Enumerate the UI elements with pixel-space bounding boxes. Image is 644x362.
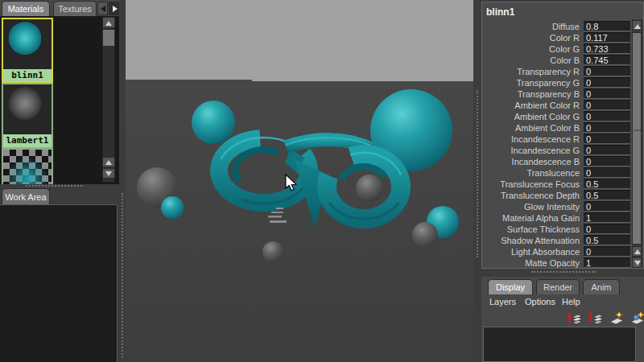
material-swatch-lambert1[interactable]: lambert1 (2, 83, 53, 149)
move-layer-up-icon[interactable] (566, 311, 584, 326)
attribute-row: Transparency G0 (482, 77, 632, 88)
create-empty-layer-icon[interactable] (608, 311, 625, 326)
attribute-row: Diffuse0.8 (482, 21, 632, 32)
attribute-value-field[interactable]: 0 (584, 77, 630, 88)
attribute-row: Incandescence R0 (482, 134, 632, 145)
attribute-value-field[interactable]: 0 (584, 246, 630, 257)
move-layer-down-icon[interactable] (587, 311, 605, 326)
attribute-value-field[interactable]: 0 (584, 88, 630, 99)
attr-splitter-handle[interactable] (531, 271, 596, 273)
attribute-row: Transparency R0 (482, 66, 632, 77)
attribute-label: Material Alpha Gain (482, 212, 582, 224)
gray-sphere-thumbnail (3, 84, 52, 134)
attribute-label: Color R (482, 32, 582, 43)
up-arrow-icon (634, 24, 641, 29)
materials-tabbar: Materials Textures (0, 0, 119, 16)
work-area-canvas[interactable] (0, 204, 118, 362)
teal-sphere-thumbnail (3, 19, 52, 69)
attribute-row: Surface Thickness0 (482, 224, 632, 235)
menu-help[interactable]: Help (562, 295, 580, 308)
tab-render[interactable]: Render (536, 279, 580, 294)
attribute-value-field[interactable]: 0.5 (584, 179, 630, 189)
right-splitter-handle[interactable] (477, 90, 478, 257)
swatch-scroll-thumb[interactable] (102, 29, 115, 47)
left-triangle-icon (101, 6, 105, 12)
attr-scroll-up-icon[interactable] (632, 20, 642, 31)
layers-list[interactable] (483, 327, 636, 362)
attribute-value-field[interactable]: 0.733 (584, 43, 630, 54)
attribute-row: Color R0.117 (482, 32, 632, 43)
tab-display[interactable]: Display (488, 279, 533, 294)
panel-splitter-handle[interactable] (26, 185, 82, 187)
attribute-value-field[interactable]: 0 (584, 145, 630, 155)
grip-dots (634, 130, 641, 131)
left-splitter-handle[interactable] (122, 193, 123, 358)
tab-scroll-right-icon[interactable] (109, 2, 119, 15)
tab-materials[interactable]: Materials (2, 1, 50, 16)
attribute-row: Translucence Focus0.5 (482, 179, 632, 190)
attribute-value-field[interactable]: 0.5 (584, 235, 630, 245)
attribute-label: Incandescence R (482, 134, 582, 145)
attribute-row: Glow Intensity0 (482, 201, 632, 212)
swatch-scroll-up2-icon[interactable] (102, 157, 115, 167)
attribute-value-field[interactable]: 0 (584, 66, 630, 76)
ground-band (126, 0, 252, 80)
attribute-value-field[interactable]: 0.745 (584, 55, 630, 65)
up-arrow-icon (634, 249, 641, 254)
attribute-value-field[interactable]: 0.8 (584, 21, 630, 31)
attribute-value-field[interactable]: 0 (584, 111, 630, 121)
attribute-value-field[interactable]: 0 (584, 122, 630, 133)
attribute-label: Translucence Focus (482, 179, 582, 190)
attribute-value-field[interactable]: 0 (584, 224, 630, 234)
tab-anim[interactable]: Anim (583, 279, 620, 294)
attribute-rows: Diffuse0.8Color R0.117Color G0.733Color … (482, 21, 632, 268)
attribute-value-field[interactable]: 0 (584, 201, 630, 212)
attribute-row: Light Absorbance0 (482, 246, 632, 257)
attr-scroll-down-icon[interactable] (632, 257, 642, 268)
teal-sphere[interactable] (192, 101, 235, 144)
attribute-label: Incandescence B (482, 156, 582, 167)
teal-sphere[interactable] (161, 196, 184, 219)
attribute-value-field[interactable]: 0 (584, 100, 630, 110)
attribute-row: Shadow Attenuation0.5 (482, 235, 632, 246)
tab-work-area[interactable]: Work Area (2, 188, 50, 204)
attribute-value-field[interactable]: 1 (584, 212, 630, 223)
up-arrow-icon (105, 21, 112, 26)
attribute-row: Material Alpha Gain1 (482, 212, 632, 224)
tab-scroll-left-icon[interactable] (97, 2, 108, 15)
attribute-row: Translucence Depth0.5 (482, 190, 632, 201)
attribute-value-field[interactable]: 0 (584, 156, 630, 167)
swatch-scroll-up-icon[interactable] (102, 17, 115, 28)
create-layer-from-selected-icon[interactable] (629, 311, 644, 326)
viewport-3d[interactable] (126, 0, 473, 362)
layers-menubar: Layers Options Help (481, 295, 644, 309)
tab-textures[interactable]: Textures (53, 1, 97, 16)
attr-scroll-thumb[interactable] (632, 32, 642, 245)
attribute-label: Glow Intensity (482, 201, 582, 212)
attribute-value-field[interactable]: 0 (584, 167, 630, 178)
layers-panel: Display Render Anim Layers Options Help (481, 277, 644, 362)
gray-sphere[interactable] (356, 175, 383, 202)
menu-layers[interactable]: Layers (489, 295, 516, 308)
gray-sphere[interactable] (412, 222, 438, 248)
materials-panel: Materials Textures blinn1lambert1 Work A… (0, 0, 119, 362)
material-swatch-checker-texture[interactable] (2, 148, 53, 184)
material-swatch-blinn1[interactable]: blinn1 (2, 18, 53, 84)
attribute-label: Shadow Attenuation (482, 235, 582, 246)
attribute-label: Matte Opacity (482, 257, 582, 268)
attribute-scrollbar[interactable] (632, 19, 643, 268)
attribute-value-field[interactable]: 0 (584, 134, 630, 144)
up-arrow-icon (105, 160, 112, 165)
material-swatch-list: blinn1lambert1 (0, 16, 119, 184)
attribute-label: Transparency G (482, 77, 582, 88)
attribute-value-field[interactable]: 1 (584, 257, 630, 268)
attribute-value-field[interactable]: 0.117 (584, 32, 630, 43)
menu-options[interactable]: Options (525, 295, 555, 308)
attribute-label: Incandescence G (482, 145, 582, 156)
attribute-value-field[interactable]: 0.5 (584, 190, 630, 200)
gray-sphere[interactable] (262, 241, 283, 262)
swatch-scroll-down-icon[interactable] (102, 168, 115, 179)
material-title: blinn1 (486, 6, 514, 18)
attribute-label: Translucence Depth (482, 190, 582, 201)
attr-scroll-up2-icon[interactable] (632, 246, 642, 257)
